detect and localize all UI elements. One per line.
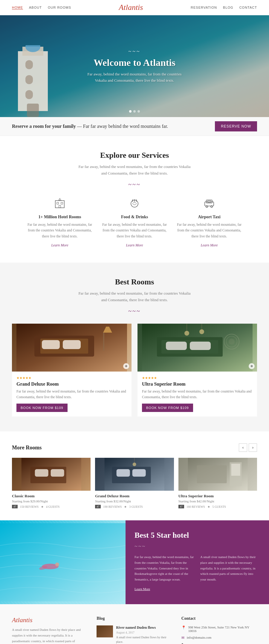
hero-dot-1[interactable] bbox=[129, 110, 132, 113]
nav-rooms[interactable]: OUR ROOMS bbox=[48, 6, 71, 10]
svg-rect-22 bbox=[207, 201, 211, 202]
room-classic-price: Starting from $29.00/Night bbox=[12, 499, 91, 503]
reserve-bar: Reserve a room for your family — Far far… bbox=[0, 117, 269, 136]
svg-rect-29 bbox=[103, 333, 104, 351]
room-ultra2-rating: 160 REVIEWS bbox=[187, 505, 205, 508]
room-classic-image bbox=[12, 458, 91, 491]
carousel-prev[interactable]: ‹ bbox=[239, 443, 247, 452]
services-title: Explore our Services bbox=[12, 151, 257, 160]
room-classic-meta: 47 150 REVIEWS ★ 4 GUESTS bbox=[12, 505, 91, 508]
service-hotel-title: 1+ Million Hotel Rooms bbox=[27, 215, 93, 219]
hero-dot-3[interactable] bbox=[137, 110, 140, 113]
hotel-icon bbox=[27, 197, 93, 211]
book-ultra-button[interactable]: Book now from $109 bbox=[142, 404, 193, 412]
nav-reservation[interactable]: RESERVATION bbox=[191, 6, 217, 9]
svg-point-40 bbox=[199, 329, 204, 334]
room-ultra2-price: Starting from $42.00/Night bbox=[178, 499, 257, 503]
star-hotel-link[interactable]: Learn More bbox=[134, 587, 150, 591]
footer-blog-title: Blog bbox=[97, 616, 172, 621]
hero-section: ~~~ Welcome to Atlantis Far away, behind… bbox=[0, 15, 269, 117]
svg-point-17 bbox=[133, 202, 136, 205]
star-hotel-content: Best 5 Star hotel ~~~ Far far away, behi… bbox=[126, 520, 269, 604]
room-grand2-rating: 190 REVIEWS bbox=[103, 505, 122, 508]
nav-about[interactable]: ABOUT bbox=[29, 6, 42, 10]
star-hotel-text1: Far far away, behind the word mountains,… bbox=[134, 554, 194, 582]
hero-dot-2[interactable] bbox=[133, 110, 136, 113]
service-hotel-link[interactable]: Learn More bbox=[51, 243, 68, 247]
navigation: HOME ABOUT OUR ROOMS Atlantis RESERVATIO… bbox=[0, 0, 269, 15]
star-hotel-section: Best 5 Star hotel ~~~ Far far away, behi… bbox=[0, 520, 269, 604]
blog-date-1: August 4, 2017 bbox=[116, 631, 172, 634]
room-grand-name: Grand Deluxe Room bbox=[16, 381, 127, 387]
svg-rect-5 bbox=[25, 90, 33, 99]
svg-rect-55 bbox=[197, 465, 227, 483]
service-food-link[interactable]: Learn More bbox=[126, 243, 143, 247]
room-classic-guests: 4 GUESTS bbox=[46, 505, 59, 508]
room-ultra2-name: Ultra Superior Room bbox=[178, 494, 257, 498]
carousel-next[interactable]: › bbox=[249, 443, 257, 452]
best-rooms-subtitle: Far far away, behind the word mountains,… bbox=[78, 290, 191, 303]
reserve-now-button[interactable]: Reserve now bbox=[215, 121, 257, 131]
room-grand2-guests: 3 GUESTS bbox=[129, 505, 143, 508]
hero-subtitle: Far away, behind the word mountains, far… bbox=[84, 71, 185, 84]
reserve-text: Reserve a room for your family — Far far… bbox=[12, 124, 168, 129]
hero-wave: ~~~ bbox=[84, 49, 185, 55]
room-mini-classic: Classic Room Starting from $29.00/Night … bbox=[12, 458, 91, 508]
services-wave: ~~~ bbox=[12, 181, 257, 188]
hero-title: Welcome to Atlantis bbox=[84, 57, 185, 68]
blog-post-title-1[interactable]: River named Duden flows bbox=[116, 625, 172, 630]
room-ultra-image: ⊕ bbox=[137, 324, 257, 372]
footer: Atlantis A small river named Duden flows… bbox=[0, 604, 269, 644]
service-taxi-text: Far far away, behind the word mountains,… bbox=[176, 222, 242, 239]
room-ultra-placeholder bbox=[137, 324, 257, 372]
svg-rect-27 bbox=[42, 340, 60, 349]
blog-item-1: River named Duden flows August 4, 2017 A… bbox=[97, 625, 172, 644]
star-hotel-text2: A small river named Duden flows by their… bbox=[200, 554, 260, 582]
room-grand2-image bbox=[95, 458, 174, 491]
footer-about-text: A small river named Duden flows by their… bbox=[12, 627, 88, 644]
best-rooms-section: Best Rooms Far far away, behind the word… bbox=[0, 263, 269, 432]
svg-rect-0 bbox=[18, 51, 48, 111]
contact-email-text[interactable]: info@domain.com bbox=[187, 636, 212, 639]
room-zoom-icon[interactable]: ⊕ bbox=[123, 363, 129, 369]
contact-address: 📍 998 West 25th Street, Suite 721 New Yo… bbox=[181, 625, 257, 633]
room-grand-info: ★★★★★ Grand Deluxe Room Far far away, be… bbox=[12, 372, 132, 416]
reserve-subtext: — Far far away behind the word mountains… bbox=[77, 124, 168, 129]
blog-thumb-1 bbox=[97, 625, 113, 637]
nav-contact[interactable]: CONTACT bbox=[239, 6, 257, 9]
room-grand2-meta: 47 190 REVIEWS ★ 3 GUESTS bbox=[95, 505, 174, 508]
room-ultra-stars: ★★★★★ bbox=[142, 376, 253, 380]
svg-rect-46 bbox=[35, 469, 48, 477]
nav-home[interactable]: HOME bbox=[12, 6, 23, 10]
room-grand2-price: Starting from $32.00/Night bbox=[95, 499, 174, 503]
svg-rect-3 bbox=[25, 60, 33, 69]
nav-blog[interactable]: BLOG bbox=[223, 6, 233, 9]
carousel-nav: ‹ › bbox=[239, 443, 257, 452]
address-icon: 📍 bbox=[181, 625, 186, 630]
svg-point-38 bbox=[184, 331, 189, 336]
featured-rooms-grid: ⊕ ★★★★★ Grand Deluxe Room Far far away, … bbox=[12, 324, 257, 416]
best-rooms-title: Best Rooms bbox=[12, 278, 257, 287]
book-grand-button[interactable]: Book now from $109 bbox=[16, 404, 68, 412]
footer-grid: Atlantis A small river named Duden flows… bbox=[12, 616, 257, 644]
contact-email: ✉ info@domain.com bbox=[181, 636, 257, 640]
footer-contact-col: Contact 📍 998 West 25th Street, Suite 72… bbox=[181, 616, 257, 644]
services-section: Explore our Services Far far away, behin… bbox=[0, 136, 269, 263]
svg-rect-8 bbox=[57, 202, 59, 204]
footer-about-col: Atlantis A small river named Duden flows… bbox=[12, 616, 88, 644]
room-grand-placeholder bbox=[12, 324, 132, 372]
svg-rect-51 bbox=[132, 469, 146, 477]
svg-rect-6 bbox=[27, 104, 39, 117]
service-taxi-link[interactable]: Learn More bbox=[201, 243, 218, 247]
site-logo[interactable]: Atlantis bbox=[119, 3, 143, 12]
room-classic-badge: 47 bbox=[12, 505, 18, 508]
service-food-title: Food & Drinks bbox=[102, 215, 167, 219]
room-mini-ultra2: Ultra Superior Room Starting from $42.00… bbox=[178, 458, 257, 508]
blog-info-1: River named Duden flows August 4, 2017 A… bbox=[116, 625, 172, 644]
svg-point-53 bbox=[133, 463, 136, 466]
room-ultra-name: Ultra Superior Room bbox=[142, 381, 253, 387]
room-grand-image: ⊕ bbox=[12, 324, 132, 372]
room-ultra-zoom-icon[interactable]: ⊕ bbox=[249, 363, 255, 369]
svg-rect-36 bbox=[190, 342, 211, 350]
service-hotel: 1+ Million Hotel Rooms Far far away, beh… bbox=[27, 197, 93, 248]
